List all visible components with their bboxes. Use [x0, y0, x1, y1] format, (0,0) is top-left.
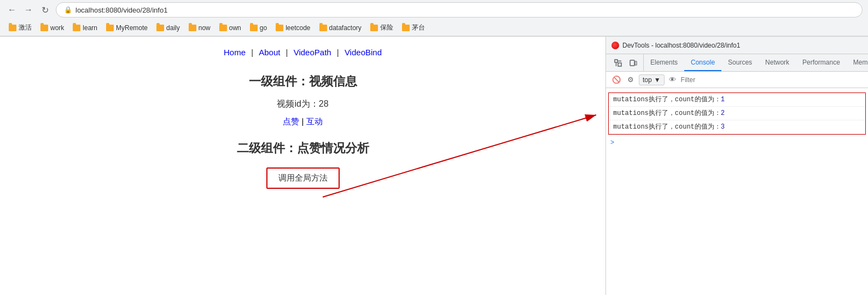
tab-network[interactable]: Network: [759, 54, 796, 71]
console-lines-box: mutations执行了，count的值为：1 mutations执行了，cou…: [608, 92, 866, 135]
nav-sep-1: |: [251, 48, 253, 57]
bookmark-MyRemote[interactable]: MyRemote: [103, 23, 151, 33]
bookmark-label: own: [229, 24, 241, 32]
console-line-2: mutations执行了，count的值为：2: [609, 107, 865, 120]
action-links: 点赞 | 互动: [11, 117, 595, 127]
like-link[interactable]: 点赞: [283, 117, 299, 126]
console-line-3-value: 3: [721, 123, 725, 131]
folder-icon: [276, 25, 283, 31]
devtools-console-toolbar: 🚫 ⚙ top ▼ 👁: [606, 72, 868, 88]
console-settings-button[interactable]: ⚙: [625, 74, 637, 86]
console-line-1: mutations执行了，count的值为：1: [609, 93, 865, 107]
tab-memory[interactable]: Memory: [847, 54, 868, 71]
bookmark-label: daily: [166, 24, 180, 32]
interact-link[interactable]: 互动: [306, 117, 323, 126]
bookmark-label: 激活: [19, 23, 32, 32]
bookmark-激活[interactable]: 激活: [5, 22, 35, 33]
bookmark-label: MyRemote: [116, 24, 148, 32]
svg-rect-3: [618, 63, 621, 66]
console-filter-input[interactable]: [681, 76, 864, 84]
svg-rect-5: [635, 61, 637, 65]
console-line-3-text: mutations执行了，count的值为：: [613, 123, 721, 131]
bookmark-daily[interactable]: daily: [153, 23, 183, 33]
console-line-2-text: mutations执行了，count的值为：: [613, 109, 721, 117]
show-live-expressions-button[interactable]: 👁: [667, 74, 679, 86]
devtools-console-output: mutations执行了，count的值为：1 mutations执行了，cou…: [606, 88, 868, 295]
action-sep: |: [302, 117, 306, 126]
devtools-panel: DevTools - localhost:8080/video/28/info1…: [605, 37, 868, 295]
tab-performance[interactable]: Performance: [796, 54, 847, 71]
bookmark-label: learn: [83, 24, 97, 32]
forward-button[interactable]: →: [22, 3, 35, 16]
svg-rect-0: [615, 60, 617, 62]
back-button[interactable]: ←: [5, 3, 19, 16]
tab-sources[interactable]: Sources: [721, 54, 759, 71]
folder-icon: [106, 25, 114, 31]
video-id: 视频id为：28: [11, 99, 595, 110]
bookmark-now[interactable]: now: [185, 23, 214, 33]
inspect-element-button[interactable]: [611, 56, 625, 70]
bookmark-保险[interactable]: 保险: [367, 22, 397, 33]
bookmark-leetcode[interactable]: leetcode: [272, 23, 313, 33]
browser-titlebar: ← → ↻ 🔒 localhost:8080/video/28/info1: [0, 0, 868, 20]
folder-icon: [219, 25, 227, 31]
devtools-icon-group: [608, 54, 644, 71]
devtools-logo-icon: [611, 42, 619, 49]
global-method-button[interactable]: 调用全局方法: [266, 167, 340, 189]
bookmark-label: datafactory: [329, 24, 362, 32]
devtools-titlebar: DevTools - localhost:8080/video/28/info1: [606, 37, 868, 54]
bookmarks-bar: 激活worklearnMyRemotedailynowowngoleetcode…: [0, 20, 868, 36]
address-text: localhost:8080/video/28/info1: [75, 6, 167, 14]
bookmark-茅台[interactable]: 茅台: [399, 22, 428, 33]
console-line-3: mutations执行了，count的值为：3: [609, 120, 865, 134]
bookmark-label: leetcode: [286, 24, 310, 32]
folder-icon: [189, 25, 196, 31]
folder-icon: [250, 25, 258, 31]
address-bar[interactable]: 🔒 localhost:8080/video/28/info1: [56, 2, 863, 18]
nav-videopath[interactable]: VideoPath: [294, 48, 331, 57]
devtools-title: DevTools - localhost:8080/video/28/info1: [622, 42, 740, 49]
console-line-1-value: 1: [721, 96, 725, 103]
nav-about[interactable]: About: [259, 48, 280, 57]
console-line-2-value: 2: [721, 109, 725, 117]
bookmark-label: 茅台: [412, 23, 425, 32]
context-label: top: [643, 76, 652, 84]
device-toggle-button[interactable]: [627, 56, 640, 70]
context-dropdown-icon: ▼: [654, 76, 661, 84]
context-selector[interactable]: top ▼: [639, 74, 665, 85]
bookmark-label: work: [50, 24, 64, 32]
folder-icon: [402, 25, 410, 31]
nav-sep-2: |: [286, 48, 288, 57]
clear-console-button[interactable]: 🚫: [610, 74, 622, 86]
nav-home[interactable]: Home: [224, 48, 246, 57]
browser-chrome: ← → ↻ 🔒 localhost:8080/video/28/info1 激活…: [0, 0, 868, 37]
folder-icon: [319, 25, 327, 31]
bookmark-datafactory[interactable]: datafactory: [316, 23, 365, 33]
bookmark-learn[interactable]: learn: [69, 23, 101, 33]
tab-console[interactable]: Console: [684, 54, 721, 71]
bookmark-own[interactable]: own: [216, 23, 244, 33]
folder-icon: [156, 25, 164, 31]
tab-elements[interactable]: Elements: [644, 54, 684, 71]
bookmark-label: now: [199, 24, 211, 32]
folder-icon: [40, 25, 48, 31]
reload-button[interactable]: ↻: [38, 3, 51, 16]
nav-videobind[interactable]: VideoBind: [345, 48, 382, 57]
bookmark-work[interactable]: work: [37, 23, 67, 33]
page-content: Home | About | VideoPath | VideoBind 一级组…: [0, 37, 605, 295]
console-cursor: >: [606, 137, 868, 148]
folder-icon: [73, 25, 80, 31]
nav-sep-3: |: [337, 48, 339, 57]
page-nav: Home | About | VideoPath | VideoBind: [11, 48, 595, 57]
bookmark-label: go: [260, 24, 267, 32]
devtools-tabs-bar: Elements Console Sources Network Perform…: [606, 54, 868, 72]
lock-icon: 🔒: [64, 6, 72, 14]
folder-icon: [370, 25, 378, 31]
svg-rect-4: [630, 60, 634, 66]
folder-icon: [9, 25, 16, 31]
bookmark-label: 保险: [380, 23, 393, 32]
main-container: Home | About | VideoPath | VideoBind 一级组…: [0, 37, 868, 295]
component1-title: 一级组件：视频信息: [11, 73, 595, 90]
bookmark-go[interactable]: go: [247, 23, 270, 33]
component2-title: 二级组件：点赞情况分析: [11, 140, 595, 157]
